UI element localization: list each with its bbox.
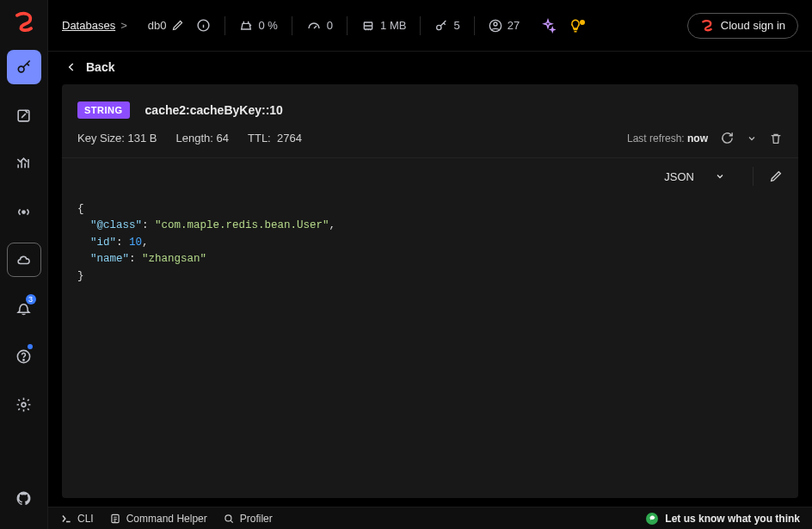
key-type-badge: STRING <box>77 101 130 119</box>
sidebar-item-settings[interactable] <box>7 387 41 421</box>
breadcrumb-databases-link[interactable]: Databases <box>62 19 115 32</box>
main: Back STRING cache2:cacheByKey::10 Key Si… <box>48 52 812 507</box>
key-icon <box>434 19 448 33</box>
tips-indicator-dot <box>580 20 585 25</box>
key-size: Key Size: 131 B <box>77 132 157 145</box>
last-refresh: Last refresh: now <box>627 132 708 145</box>
db-selector[interactable]: db0 <box>148 19 185 32</box>
key-stats: Key Size: 131 B Length: 64 TTL: 2764 Las… <box>62 126 798 158</box>
footer-command-helper-label: Command Helper <box>126 513 207 525</box>
cpu-icon <box>239 19 253 33</box>
svg-point-5 <box>22 403 26 407</box>
pencil-icon <box>769 169 783 183</box>
pencil-icon <box>171 19 184 32</box>
sparkle-icon <box>540 18 556 34</box>
divider <box>347 16 348 35</box>
tips-button[interactable] <box>568 18 583 34</box>
cloud-signin-button[interactable]: Cloud sign in <box>687 13 798 39</box>
ai-assist-button[interactable] <box>540 18 556 34</box>
sidebar-item-pubsub[interactable] <box>7 194 41 229</box>
topbar: Databases > db0 0 % 0 1 MB 5 27 <box>48 0 812 52</box>
svg-point-9 <box>494 22 497 26</box>
memory-icon <box>361 19 375 33</box>
back-label: Back <box>86 60 114 74</box>
svg-point-0 <box>18 66 24 72</box>
chevron-down-icon <box>715 171 725 181</box>
key-name: cache2:cacheByKey::10 <box>145 103 283 117</box>
stat-memory: 1 MB <box>361 19 406 33</box>
stat-keys: 5 <box>434 19 459 33</box>
cloud-signin-label: Cloud sign in <box>721 19 785 32</box>
trash-icon <box>769 132 783 145</box>
value-toolbar: JSON <box>62 158 798 194</box>
sidebar-item-github[interactable] <box>7 481 41 515</box>
sidebar-item-keys[interactable] <box>7 50 41 84</box>
svg-point-2 <box>22 210 25 212</box>
divider <box>225 16 225 35</box>
stat-keys-value: 5 <box>453 19 459 32</box>
sidebar-item-help[interactable] <box>7 339 41 373</box>
breadcrumb: Databases > <box>62 19 127 32</box>
notifications-badge: 3 <box>26 294 36 304</box>
footer-feedback-button[interactable]: Let us know what you think <box>646 513 800 525</box>
stat-commands-value: 0 <box>327 19 333 32</box>
stat-memory-value: 1 MB <box>380 19 406 32</box>
stat-commands: 0 <box>306 18 333 34</box>
sidebar-item-analytics[interactable] <box>7 146 41 181</box>
svg-point-8 <box>437 25 441 29</box>
stat-clients-value: 27 <box>508 19 520 32</box>
sidebar-item-notifications[interactable]: 3 <box>7 291 41 325</box>
update-dot-icon <box>28 344 33 349</box>
stat-clients: 27 <box>489 19 520 33</box>
svg-point-4 <box>23 359 24 360</box>
footer-profiler-button[interactable]: Profiler <box>223 513 273 525</box>
refresh-menu-button[interactable] <box>747 133 757 144</box>
divider <box>474 16 475 35</box>
redis-logo <box>12 10 36 34</box>
back-button[interactable]: Back <box>62 52 798 84</box>
breadcrumb-sep: > <box>120 19 127 32</box>
key-panel: STRING cache2:cacheByKey::10 Key Size: 1… <box>62 84 798 498</box>
user-icon <box>489 19 502 33</box>
key-header: STRING cache2:cacheByKey::10 <box>62 84 798 126</box>
divider <box>292 16 292 35</box>
chevron-left-icon <box>65 61 77 73</box>
info-button[interactable] <box>196 18 211 33</box>
refresh-button[interactable] <box>720 131 735 145</box>
value-body: { "@class": "com.maple.redis.bean.User",… <box>62 194 798 498</box>
format-select[interactable]: JSON <box>664 170 725 183</box>
svg-point-12 <box>225 514 231 520</box>
gauge-icon <box>306 18 322 34</box>
key-length: Length: 64 <box>176 132 229 145</box>
divider <box>420 16 421 35</box>
delete-key-button[interactable] <box>769 132 783 145</box>
chevron-down-icon <box>747 133 757 144</box>
refresh-icon <box>720 131 735 145</box>
footer-cli-label: CLI <box>77 513 94 525</box>
format-label: JSON <box>664 170 694 183</box>
sidebar-item-cloud[interactable] <box>7 243 41 277</box>
redis-logo-small <box>700 19 714 33</box>
footer-profiler-label: Profiler <box>240 513 273 525</box>
feedback-icon <box>646 513 658 525</box>
key-ttl: TTL: 2764 <box>248 132 302 145</box>
footer-feedback-label: Let us know what you think <box>665 513 800 525</box>
magnifier-icon <box>223 513 235 525</box>
footer: CLI Command Helper Profiler Let us know … <box>48 507 812 529</box>
stat-cpu-value: 0 % <box>258 19 277 32</box>
terminal-icon <box>60 513 72 525</box>
db-name: db0 <box>148 19 167 32</box>
footer-command-helper-button[interactable]: Command Helper <box>109 513 207 525</box>
footer-cli-button[interactable]: CLI <box>60 513 94 525</box>
document-icon <box>109 513 121 525</box>
sidebar-item-workbench[interactable] <box>7 98 41 132</box>
stat-cpu: 0 % <box>239 19 277 33</box>
edit-value-button[interactable] <box>753 167 783 186</box>
sidebar: 3 <box>0 0 48 529</box>
